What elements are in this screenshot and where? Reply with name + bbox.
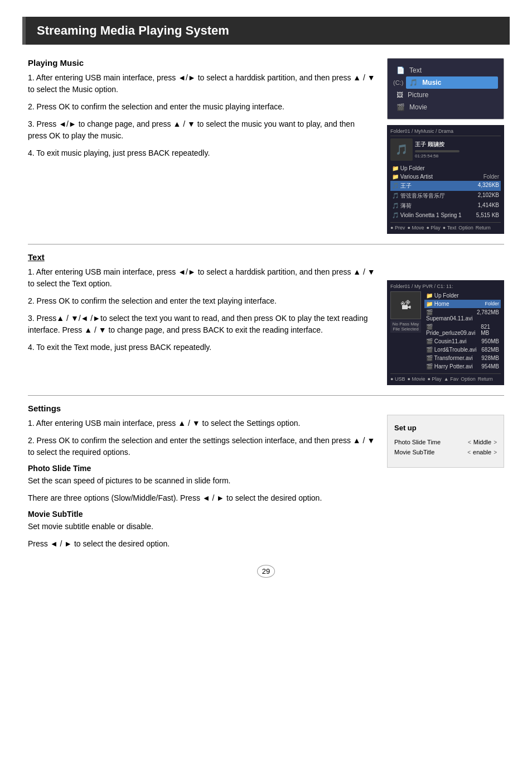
movie-subtitle-label: Movie SubTitle xyxy=(394,449,434,455)
movie-header: Folder01 / My PVR / C1: 11: xyxy=(390,284,501,289)
page-title: Streaming Media Playing System xyxy=(22,17,510,45)
movie-row-upfolder: 📁 Up Folder xyxy=(424,291,501,300)
music-file-list-screenshot: Folder01 / MyMusic / Drama 🎵 王子 顾骕按 01:2… xyxy=(387,125,504,234)
playing-music-step2: 2. Press OK to confirm the selection and… xyxy=(28,101,376,113)
settings-row-photo: Photo Slide Time < Middle > xyxy=(394,439,497,445)
text-step1: 1. After entering USB main interface, pr… xyxy=(28,266,376,290)
text-section-title: Text xyxy=(28,252,376,262)
movie-subtitle-right-arrow: > xyxy=(494,449,497,455)
movie-subtitle-text1: Set movie subtitle enable or disable. xyxy=(28,521,376,532)
settings-section-title: Settings xyxy=(28,404,376,413)
movie-row-harry: 🎬 Harry Potter.avi 954MB xyxy=(424,362,501,371)
settings-screen-title: Set up xyxy=(394,424,497,432)
movie-subtitle-value-text: enable xyxy=(473,449,491,455)
movie-icon: 🎬 xyxy=(396,103,405,111)
photo-slide-right-arrow: > xyxy=(494,439,497,445)
photo-slide-value-text: Middle xyxy=(473,439,491,445)
file-list-header: Folder01 / MyMusic / Drama xyxy=(390,128,501,136)
menu-item-movie: 🎬 Movie xyxy=(393,101,498,113)
movie-row-home: 📁 Home Folder xyxy=(424,300,501,308)
settings-screenshot-container: Set up Photo Slide Time < Middle > Movie… xyxy=(387,404,510,555)
movie-list-screenshot-container: Folder01 / My PVR / C1: 11: 📽 No Pass Ma… xyxy=(387,252,510,385)
settings-section: Settings 1. After entering USB main inte… xyxy=(22,404,376,555)
music-icon: 🎵 xyxy=(409,79,418,87)
movie-subtitle-text2: Press ◄ / ► to select the desired option… xyxy=(28,538,376,550)
section-divider-1 xyxy=(28,244,504,244)
text-step4: 4. To exit the Text mode, just press BAC… xyxy=(28,342,376,353)
photo-slide-time-options: There are three options (Slow/Middle/Fas… xyxy=(28,492,376,504)
text-step2: 2. Press OK to confirm the selection and… xyxy=(28,295,376,307)
text-section: Text 1. After entering USB main interfac… xyxy=(22,252,376,385)
playing-music-step3: 3. Press ◄/► to change page, and press ▲… xyxy=(28,118,376,142)
movie-subtitle-left-arrow: < xyxy=(467,449,471,455)
album-art: 🎵 xyxy=(390,138,413,161)
settings-row-movie: Movie SubTitle < enable > xyxy=(394,449,497,455)
movie-row-lord: 🎬 Lord&Trouble.avi 682MB xyxy=(424,346,501,354)
picture-icon: 🖼 xyxy=(396,91,403,99)
bottom-controls: ● Prev ● Move ● Play ● Text Option Retur… xyxy=(390,222,501,231)
movie-bottom-controls: ● USB ● Movie ● Play ▲ Fav Option Return xyxy=(390,373,501,382)
playing-music-step4: 4. To exit music playing, just press BAC… xyxy=(28,147,376,159)
file-row-wangzi: 🎵 王子 4,326KB xyxy=(390,181,501,191)
settings-screenshot: Set up Photo Slide Time < Middle > Movie… xyxy=(387,415,504,468)
playing-music-step1: 1. After entering USB main interface, pr… xyxy=(28,72,376,95)
movie-row-cousin: 🎬 Cousin11.avi 950MB xyxy=(424,337,501,346)
settings-step2: 2. Press OK to confirm the selection and… xyxy=(28,435,376,458)
progress-bar xyxy=(415,150,460,152)
text-icon: 📄 xyxy=(396,66,405,74)
thumbnail-label: No Pass May File Selected xyxy=(390,320,421,333)
settings-step1: 1. After entering USB main interface, pr… xyxy=(28,418,376,429)
photo-slide-time-text: Set the scan speed of pictures to be sca… xyxy=(28,475,376,487)
page-number: 29 xyxy=(22,567,510,575)
playing-music-title: Playing Music xyxy=(28,58,376,68)
music-screenshots: 📄 Text (C:) 🎵 Music 🖼 Picture 🎬 Movie Fo xyxy=(387,58,510,234)
file-row-bohe: 🎵 薄荷 1,414KB xyxy=(390,201,501,211)
now-playing-title: 王子 顾骕按 xyxy=(415,141,460,148)
photo-slide-left-arrow: < xyxy=(468,439,471,445)
movie-file-list-screenshot: Folder01 / My PVR / C1: 11: 📽 No Pass Ma… xyxy=(387,280,504,385)
menu-item-picture: 🖼 Picture xyxy=(393,89,498,101)
file-row-guanxian: 🎵 管弦音乐等音乐厅 2,102KB xyxy=(390,191,501,201)
movie-subtitle-value: < enable > xyxy=(467,449,497,455)
playing-music-section: Playing Music 1. After entering USB main… xyxy=(22,58,376,234)
photo-slide-time-title: Photo Slide Time xyxy=(28,464,376,473)
photo-slide-value: < Middle > xyxy=(468,439,497,445)
movie-row-transformer: 🎬 Transformer.avi 928MB xyxy=(424,354,501,362)
movie-row-pride: 🎬 Pride_perluze09.avi 821 MB xyxy=(424,323,501,337)
movie-subtitle-title: Movie SubTitle xyxy=(28,510,376,519)
file-row-various: 📁 Various Artist Folder xyxy=(390,172,501,181)
file-row-upfolder: 📁 Up Folder xyxy=(390,164,501,172)
movie-row-superman: 🎬 Supeman04.11.avi 2,782MB xyxy=(424,308,501,323)
file-row-violin: 🎵 Violin Sonetta 1 Spring 1 5,515 KB xyxy=(390,211,501,219)
menu-item-text: 📄 Text xyxy=(393,64,498,76)
section-divider-2 xyxy=(28,395,504,396)
photo-slide-label: Photo Slide Time xyxy=(394,439,441,445)
drive-label: (C:) xyxy=(393,79,403,86)
menu-item-music: 🎵 Music xyxy=(406,76,498,89)
music-menu-screenshot: 📄 Text (C:) 🎵 Music 🖼 Picture 🎬 Movie xyxy=(387,58,504,119)
text-step3: 3. Press▲ / ▼/◄ /►to select the text you… xyxy=(28,313,376,336)
progress-time: 01:25:54:58 xyxy=(415,153,460,159)
movie-thumbnail: 📽 xyxy=(390,291,421,319)
